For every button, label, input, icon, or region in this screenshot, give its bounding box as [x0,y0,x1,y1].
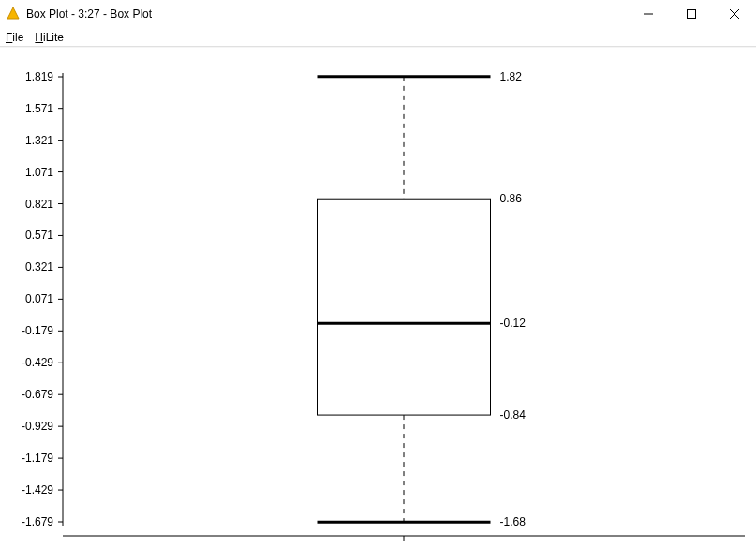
svg-rect-1 [688,10,696,19]
menu-file[interactable]: File [6,31,23,44]
box-rect [318,199,491,415]
y-tick-label: -1.429 [22,483,53,496]
label-median: -0.12 [500,317,526,330]
label-min: -1.68 [500,515,526,528]
plot-area: 1.8191.5711.3211.0710.8210.5710.3210.071… [0,49,756,548]
y-tick-label: 0.571 [25,229,53,242]
menu-hilite-rest: iLite [43,31,64,44]
menubar: File HiLite [0,28,756,47]
y-tick-label: -0.929 [22,420,53,433]
window-title: Box Plot - 3:27 - Box Plot [26,7,152,21]
y-tick-label: 1.321 [25,134,53,147]
app-icon [6,7,21,22]
y-tick-label: 1.819 [25,70,53,83]
boxplot-svg: 1.8191.5711.3211.0710.8210.5710.3210.071… [0,49,756,548]
titlebar-left: Box Plot - 3:27 - Box Plot [6,7,152,22]
y-tick-label: -1.679 [22,515,53,528]
y-tick-label: 0.071 [25,292,53,305]
label-q3: 0.86 [500,192,523,205]
y-tick-label: 0.321 [25,260,53,274]
close-button[interactable] [713,0,756,28]
menu-hilite[interactable]: HiLite [35,31,64,44]
window-titlebar: Box Plot - 3:27 - Box Plot [0,0,756,28]
label-max: 1.82 [500,70,523,83]
menu-hilite-underline: H [35,31,43,44]
y-tick-label: -0.429 [22,356,53,369]
minimize-button[interactable] [627,0,670,28]
y-tick-label: -1.179 [22,452,53,465]
maximize-button[interactable] [670,0,713,28]
y-tick-label: 1.571 [25,102,53,115]
label-q1: -0.84 [500,408,526,422]
y-tick-label: 1.071 [25,166,53,179]
y-tick-label: -0.179 [22,324,53,337]
menu-file-rest: ile [12,31,23,44]
y-tick-label: -0.679 [22,388,53,401]
y-tick-label: 0.821 [25,198,53,211]
window-controls [627,0,756,28]
